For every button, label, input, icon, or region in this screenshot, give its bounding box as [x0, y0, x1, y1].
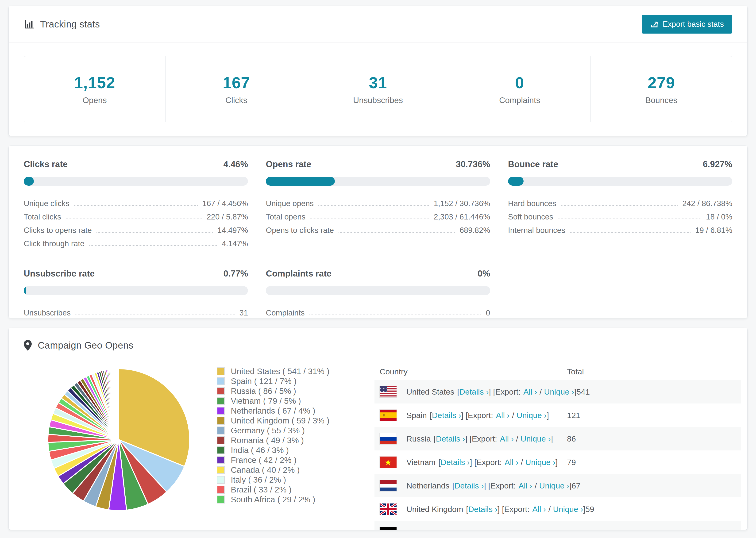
cell-total: 79 — [567, 458, 741, 467]
details-link[interactable]: Details › — [432, 411, 461, 420]
rate-row-value: 689.82% — [459, 226, 490, 235]
details-link[interactable]: Details › — [444, 528, 473, 530]
legend-label: Germany ( 55 / 3% ) — [231, 426, 305, 435]
legend-label: Spain ( 121 / 7% ) — [231, 377, 297, 386]
legend-swatch — [217, 476, 225, 484]
export-unique-link[interactable]: Unique › — [539, 481, 569, 490]
legend-item-romania[interactable]: Romania ( 49 / 3% ) — [217, 435, 329, 445]
legend-label: Russia ( 86 / 5% ) — [231, 386, 296, 396]
export-unique-link[interactable]: Unique › — [525, 458, 556, 467]
cell-total: 541 — [576, 387, 741, 397]
legend-label: United States ( 541 / 31% ) — [231, 367, 329, 376]
stat-value: 0 — [515, 74, 524, 92]
rate-head: Complaints rate0% — [266, 269, 490, 279]
rate-row-label: Opens to clicks rate — [266, 226, 334, 235]
slash-separator: / — [512, 411, 514, 420]
cell-country: United Kingdom[Details ›] [Export:All ›/… — [374, 504, 585, 515]
rate-row-label: Unique clicks — [24, 199, 69, 208]
country-name: Spain — [406, 411, 427, 420]
rate-progress-bar — [24, 177, 248, 186]
legend-item-south-africa[interactable]: South Africa ( 29 / 2% ) — [217, 495, 329, 505]
export-unique-link[interactable]: Unique › — [529, 528, 559, 530]
export-prefix: ] [Export: — [484, 481, 516, 490]
rate-value: 30.736% — [456, 159, 490, 169]
export-all-link[interactable]: All › — [532, 505, 546, 514]
rate-head: Unsubscribe rate0.77% — [24, 269, 248, 279]
table-row-united-kingdom: United Kingdom[Details ›] [Export:All ›/… — [374, 497, 741, 521]
rate-title: Opens rate — [266, 159, 311, 169]
rate-row-click-through-rate: Click through rate4.147% — [24, 235, 248, 248]
export-unique-link[interactable]: Unique › — [544, 387, 574, 397]
rates-card: Clicks rate4.46%Unique clicks167 / 4.456… — [9, 145, 747, 318]
details-link[interactable]: Details › — [436, 434, 465, 443]
details-link[interactable]: Details › — [441, 458, 470, 467]
stat-label: Opens — [82, 95, 107, 105]
legend-item-vietnam[interactable]: Vietnam ( 79 / 5% ) — [217, 396, 329, 406]
details-link[interactable]: Details › — [468, 505, 498, 514]
rate-row-value: 19 / 6.81% — [695, 226, 732, 235]
export-all-link[interactable]: All › — [508, 528, 522, 530]
legend-item-germany[interactable]: Germany ( 55 / 3% ) — [217, 426, 329, 435]
pie-slice-other-44[interactable] — [119, 369, 119, 440]
geo-title: Campaign Geo Opens — [38, 340, 134, 351]
rate-progress-bar — [24, 286, 248, 295]
rate-rows: Hard bounces242 / 86.738%Soft bounces18 … — [508, 194, 732, 235]
bracket-close: ] — [583, 505, 585, 514]
rate-block-unsubscribe-rate: Unsubscribe rate0.77%Unsubscribes31 — [24, 269, 248, 317]
cell-country: United States[Details ›] [Export:All ›/U… — [374, 386, 576, 398]
bracket-close: ] — [547, 411, 549, 420]
table-row-united-states: United States[Details ›] [Export:All ›/U… — [374, 380, 741, 404]
cell-country: Netherlands[Details ›] [Export:All ›/Uni… — [374, 480, 572, 491]
bracket-open: [ — [430, 411, 432, 420]
export-basic-stats-button[interactable]: Export basic stats — [642, 15, 732, 33]
legend-item-russia[interactable]: Russia ( 86 / 5% ) — [217, 386, 329, 396]
cell-total: 67 — [572, 481, 741, 490]
legend-item-netherlands[interactable]: Netherlands ( 67 / 4% ) — [217, 406, 329, 416]
rate-row-value: 242 / 86.738% — [682, 199, 732, 208]
legend-item-france[interactable]: France ( 42 / 2% ) — [217, 455, 329, 465]
legend-swatch — [217, 387, 225, 395]
legend-item-india[interactable]: India ( 46 / 3% ) — [217, 445, 329, 455]
bracket-close: ] — [569, 481, 571, 490]
export-all-link[interactable]: All › — [500, 434, 514, 443]
export-all-link[interactable]: All › — [496, 411, 510, 420]
rate-progress-bar — [266, 177, 490, 186]
rate-row-label: Unsubscribes — [24, 308, 71, 317]
stat-label: Complaints — [499, 95, 540, 105]
rate-head: Clicks rate4.46% — [24, 159, 248, 169]
export-all-link[interactable]: All › — [505, 458, 518, 467]
dotted-leader — [561, 205, 677, 206]
summary-stat-opens: 1,152Opens — [24, 56, 165, 122]
legend-item-spain[interactable]: Spain ( 121 / 7% ) — [217, 376, 329, 386]
legend-item-canada[interactable]: Canada ( 40 / 2% ) — [217, 465, 329, 475]
rate-row-total-clicks: Total clicks220 / 5.87% — [24, 208, 248, 221]
legend-item-brazil[interactable]: Brazil ( 33 / 2% ) — [217, 485, 329, 495]
export-unique-link[interactable]: Unique › — [520, 434, 551, 443]
column-header-total: Total — [567, 367, 741, 376]
campaign-geo-opens-card: Campaign Geo Opens United States ( 541 /… — [9, 328, 747, 530]
details-link[interactable]: Details › — [455, 481, 484, 490]
dotted-leader — [96, 232, 213, 233]
details-link[interactable]: Details › — [459, 387, 489, 397]
bracket-open: [ — [452, 481, 454, 490]
cell-country: Spain[Details ›] [Export:All ›/Unique ›] — [374, 409, 567, 421]
export-all-link[interactable]: All › — [519, 481, 532, 490]
export-prefix: ] [Export: — [470, 458, 502, 467]
table-row-spain: Spain[Details ›] [Export:All ›/Unique ›]… — [374, 404, 741, 427]
export-all-link[interactable]: All › — [523, 387, 537, 397]
flag-gb — [380, 504, 397, 515]
stat-value: 31 — [369, 74, 387, 92]
legend-item-united-states[interactable]: United States ( 541 / 31% ) — [217, 366, 329, 376]
rate-title: Bounce rate — [508, 159, 558, 169]
country-name: Vietnam — [406, 458, 436, 467]
rate-row-complaints: Complaints0 — [266, 304, 490, 317]
export-prefix: ] [Export: — [498, 505, 529, 514]
export-unique-link[interactable]: Unique › — [553, 505, 583, 514]
rates-grid: Clicks rate4.46%Unique clicks167 / 4.456… — [9, 146, 747, 318]
stat-label: Bounces — [645, 95, 677, 105]
rate-row-label: Soft bounces — [508, 212, 553, 221]
legend-item-italy[interactable]: Italy ( 36 / 2% ) — [217, 475, 329, 485]
legend-item-united-kingdom[interactable]: United Kingdom ( 59 / 3% ) — [217, 416, 329, 426]
legend-label: Netherlands ( 67 / 4% ) — [231, 406, 315, 415]
export-unique-link[interactable]: Unique › — [516, 411, 547, 420]
